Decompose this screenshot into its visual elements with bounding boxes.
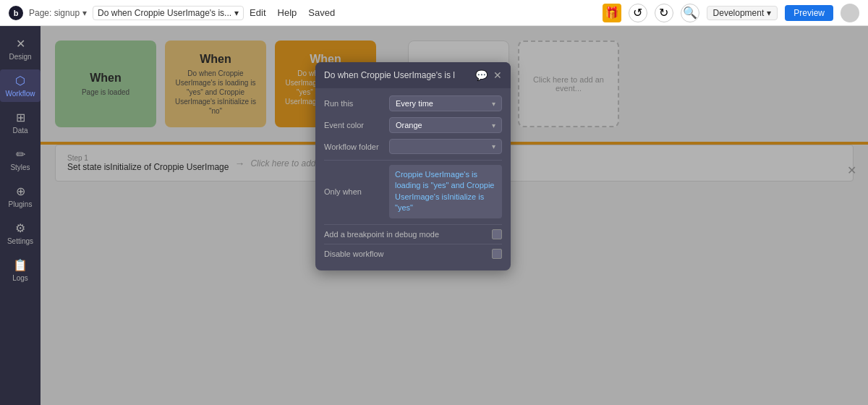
only-when-section: Only when Croppie UserImage's is loading… xyxy=(324,165,502,218)
sidebar-label-design: Design xyxy=(9,53,31,61)
logs-icon: 📋 xyxy=(13,258,27,272)
breakpoint-row: Add a breakpoint in debug mode xyxy=(324,224,502,244)
modal-close-icon[interactable]: ✕ xyxy=(493,69,502,81)
sidebar-label-logs: Logs xyxy=(12,274,28,282)
preview-button[interactable]: Preview xyxy=(785,5,833,21)
modal-chat-icon[interactable]: 💬 xyxy=(475,69,488,81)
plugins-icon: ⊕ xyxy=(16,184,25,198)
event-color-select[interactable]: Orange ▾ xyxy=(389,117,502,133)
workflow-folder-select[interactable]: ▾ xyxy=(389,139,502,154)
workflow-icon: ⬡ xyxy=(15,74,25,88)
help-menu[interactable]: Help xyxy=(278,7,297,18)
page-indicator: Page: signup ▾ xyxy=(29,8,87,18)
event-color-label: Event color xyxy=(324,121,389,129)
content-area: When Page is loaded When Do when Croppie… xyxy=(41,26,868,405)
gift-icon[interactable]: 🎁 xyxy=(603,4,621,22)
dev-label: Development xyxy=(713,8,765,18)
data-icon: ⊞ xyxy=(16,111,25,124)
divider xyxy=(324,160,502,161)
page-chevron-icon[interactable]: ▾ xyxy=(82,8,87,18)
styles-icon: ✏ xyxy=(16,148,25,161)
sidebar-label-data: Data xyxy=(12,127,27,135)
only-when-row: Only when Croppie UserImage's is loading… xyxy=(324,165,502,218)
breakpoint-label: Add a breakpoint in debug mode xyxy=(324,230,439,239)
run-this-select[interactable]: Every time ▾ xyxy=(389,95,502,111)
breakpoint-checkbox[interactable] xyxy=(492,229,502,239)
app-logo: b xyxy=(9,6,23,20)
modal-header-icons: 💬 ✕ xyxy=(475,69,502,81)
undo-icon[interactable]: ↺ xyxy=(629,4,647,22)
sidebar-item-design[interactable]: ✕ Design xyxy=(0,33,41,65)
workflow-chevron-icon: ▾ xyxy=(234,8,239,18)
settings-icon: ⚙ xyxy=(15,221,25,235)
run-this-chevron-icon: ▾ xyxy=(492,100,495,108)
sidebar-label-plugins: Plugins xyxy=(9,200,33,208)
workflow-folder-chevron-icon: ▾ xyxy=(492,142,495,150)
workflow-folder-row: Workflow folder ▾ xyxy=(324,139,502,154)
run-this-value: Every time xyxy=(396,99,433,108)
modal-header: Do when Croppie UserImage's is l 💬 ✕ xyxy=(315,62,511,88)
dev-chevron-icon: ▾ xyxy=(767,8,771,18)
edit-menu[interactable]: Edit xyxy=(250,7,265,18)
sidebar-label-workflow: Workflow xyxy=(6,90,35,98)
topbar: b Page: signup ▾ Do when Croppie UserIma… xyxy=(0,0,868,26)
sidebar-item-styles[interactable]: ✏ Styles xyxy=(0,143,41,176)
main-layout: ✕ Design ⬡ Workflow ⊞ Data ✏ Styles ⊕ Pl… xyxy=(0,26,868,405)
workflow-selector[interactable]: Do when Croppie UserImage's is... ▾ xyxy=(93,6,244,20)
saved-status: Saved xyxy=(308,7,335,18)
sidebar-item-plugins[interactable]: ⊕ Plugins xyxy=(0,180,41,213)
disable-row: Disable workflow xyxy=(324,244,502,263)
only-when-text: Croppie UserImage's is loading is "yes" … xyxy=(395,170,494,212)
modal-title: Do when Croppie UserImage's is l xyxy=(324,70,475,80)
sidebar-label-styles: Styles xyxy=(10,163,30,171)
only-when-condition[interactable]: Croppie UserImage's is loading is "yes" … xyxy=(389,165,502,218)
modal-body: Run this Every time ▾ Event color Orange… xyxy=(315,88,511,270)
event-color-row: Event color Orange ▾ xyxy=(324,117,502,133)
only-when-label: Only when xyxy=(324,187,389,196)
run-this-label: Run this xyxy=(324,99,389,108)
event-color-chevron-icon: ▾ xyxy=(492,122,495,129)
sidebar: ✕ Design ⬡ Workflow ⊞ Data ✏ Styles ⊕ Pl… xyxy=(0,26,41,405)
topbar-menu: Edit Help Saved xyxy=(250,7,335,18)
sidebar-item-workflow[interactable]: ⬡ Workflow xyxy=(0,69,41,102)
disable-label: Disable workflow xyxy=(324,250,384,258)
event-color-value: Orange xyxy=(396,121,422,129)
page-label: Page: signup xyxy=(29,8,80,18)
modal-dialog: Do when Croppie UserImage's is l 💬 ✕ Run… xyxy=(315,62,511,270)
sidebar-item-data[interactable]: ⊞ Data xyxy=(0,106,41,139)
search-icon[interactable]: 🔍 xyxy=(681,4,699,22)
sidebar-item-settings[interactable]: ⚙ Settings xyxy=(0,217,41,250)
sidebar-label-settings: Settings xyxy=(7,237,33,245)
disable-checkbox[interactable] xyxy=(492,249,502,259)
workflow-title: Do when Croppie UserImage's is... xyxy=(98,8,231,18)
dev-badge[interactable]: Development ▾ xyxy=(707,6,778,20)
design-icon: ✕ xyxy=(16,37,25,51)
sidebar-item-logs[interactable]: 📋 Logs xyxy=(0,254,41,286)
topbar-right: 🎁 ↺ ↻ 🔍 Development ▾ Preview xyxy=(603,4,859,22)
run-this-row: Run this Every time ▾ xyxy=(324,95,502,111)
user-avatar[interactable] xyxy=(841,4,859,22)
workflow-folder-label: Workflow folder xyxy=(324,142,389,151)
redo-icon[interactable]: ↻ xyxy=(655,4,673,22)
